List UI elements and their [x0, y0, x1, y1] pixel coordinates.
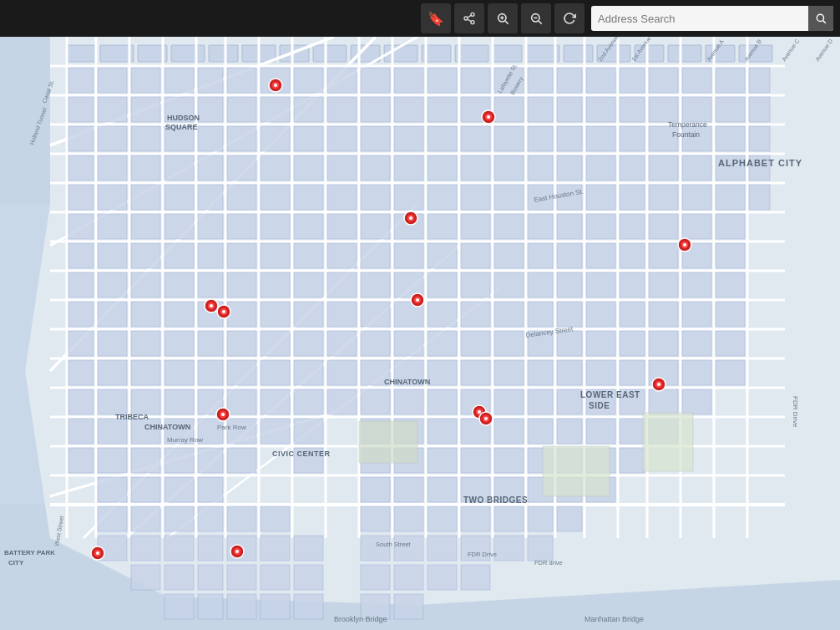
svg-rect-315	[557, 360, 582, 385]
map-marker[interactable]	[230, 545, 244, 558]
svg-point-496	[484, 417, 488, 420]
svg-rect-381	[428, 477, 457, 502]
svg-rect-330	[361, 389, 390, 414]
svg-rect-331	[394, 389, 423, 414]
svg-rect-155	[198, 155, 223, 180]
map-marker[interactable]	[652, 378, 665, 391]
svg-text:CITY: CITY	[8, 559, 24, 566]
svg-rect-308	[327, 360, 357, 385]
svg-rect-151	[68, 155, 94, 180]
svg-rect-125	[649, 97, 678, 122]
svg-rect-402	[164, 536, 194, 561]
svg-point-487	[683, 243, 686, 246]
svg-rect-193	[716, 185, 745, 210]
svg-rect-335	[528, 389, 553, 414]
search-button[interactable]	[808, 6, 833, 31]
svg-rect-246	[361, 272, 390, 297]
svg-rect-423	[164, 594, 194, 619]
svg-rect-186	[494, 185, 524, 210]
share-button[interactable]	[454, 3, 484, 33]
svg-rect-212	[620, 214, 645, 239]
svg-rect-258	[68, 302, 94, 327]
svg-text:Park Row: Park Row	[217, 424, 246, 431]
svg-rect-301	[98, 360, 127, 385]
svg-rect-395	[428, 506, 457, 531]
svg-rect-273	[557, 302, 582, 327]
svg-rect-324	[164, 389, 194, 414]
svg-point-481	[210, 304, 213, 307]
svg-rect-137	[327, 126, 357, 151]
svg-text:FDR Drive: FDR Drive	[468, 551, 497, 558]
svg-rect-291	[461, 331, 490, 356]
svg-rect-270	[461, 302, 490, 327]
svg-rect-185	[461, 185, 490, 210]
svg-rect-145	[586, 126, 615, 151]
svg-rect-221	[227, 243, 256, 268]
map-marker[interactable]	[482, 110, 495, 124]
svg-rect-228	[461, 243, 490, 268]
map-marker[interactable]	[479, 412, 493, 425]
svg-rect-323	[131, 389, 160, 414]
svg-text:CHINATOWN: CHINATOWN	[144, 423, 190, 431]
svg-rect-334	[494, 389, 524, 414]
svg-rect-348	[294, 419, 323, 444]
svg-rect-411	[494, 536, 524, 561]
svg-rect-149	[716, 126, 745, 151]
svg-rect-126	[682, 97, 711, 122]
svg-rect-394	[394, 506, 423, 531]
svg-rect-305	[227, 360, 256, 385]
map-marker[interactable]	[411, 293, 424, 307]
svg-rect-314	[528, 360, 553, 385]
svg-rect-288	[361, 331, 390, 356]
svg-rect-306	[261, 360, 290, 385]
map-marker[interactable]	[269, 79, 282, 92]
map-marker[interactable]	[217, 305, 230, 318]
svg-rect-254	[620, 272, 645, 297]
svg-rect-86	[98, 68, 127, 93]
zoom-in-button[interactable]	[488, 3, 518, 33]
svg-rect-174	[98, 185, 127, 210]
svg-rect-326	[227, 389, 256, 414]
map-marker[interactable]	[205, 299, 218, 312]
svg-rect-112	[227, 97, 256, 122]
search-input[interactable]	[591, 6, 808, 31]
svg-rect-114	[294, 97, 323, 122]
svg-rect-106	[749, 68, 770, 93]
map-marker[interactable]	[91, 546, 104, 560]
svg-rect-209	[528, 214, 553, 239]
refresh-button[interactable]	[554, 3, 584, 33]
svg-rect-295	[586, 331, 615, 356]
map-marker[interactable]	[216, 408, 230, 421]
svg-text:South Street: South Street	[376, 541, 412, 548]
svg-rect-146	[620, 126, 645, 151]
svg-rect-173	[68, 185, 94, 210]
svg-rect-191	[649, 185, 678, 210]
svg-rect-153	[131, 155, 160, 180]
svg-rect-136	[294, 126, 323, 151]
svg-rect-304	[198, 360, 223, 385]
svg-point-493	[478, 410, 481, 414]
svg-rect-113	[261, 97, 290, 122]
svg-rect-142	[494, 126, 524, 151]
svg-rect-275	[620, 302, 645, 327]
svg-rect-165	[528, 155, 553, 180]
map-marker[interactable]	[404, 211, 417, 225]
svg-rect-432	[543, 446, 610, 496]
zoom-out-button[interactable]	[521, 3, 551, 33]
svg-rect-413	[131, 565, 160, 590]
svg-rect-388	[131, 506, 160, 531]
svg-rect-245	[327, 272, 357, 297]
svg-rect-272	[528, 302, 553, 327]
svg-rect-152	[98, 155, 127, 180]
svg-rect-219	[164, 243, 194, 268]
svg-rect-405	[261, 536, 290, 561]
svg-rect-297	[649, 331, 678, 356]
map-marker[interactable]	[678, 238, 691, 251]
svg-rect-296	[620, 331, 645, 356]
bookmark-button[interactable]: 🔖	[421, 3, 451, 33]
svg-rect-194	[749, 185, 770, 210]
svg-rect-223	[294, 243, 323, 268]
svg-point-484	[222, 310, 225, 313]
svg-rect-103	[649, 68, 678, 93]
svg-rect-117	[394, 97, 423, 122]
